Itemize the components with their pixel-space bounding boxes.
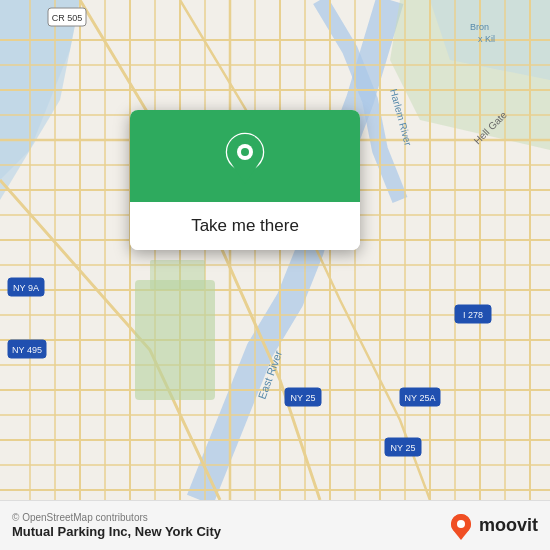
svg-text:NY 25: NY 25 — [391, 443, 416, 453]
osm-credit: © OpenStreetMap contributors — [12, 512, 221, 523]
take-me-there-button[interactable]: Take me there — [130, 202, 360, 250]
svg-point-68 — [241, 148, 249, 156]
map-svg: CR 505 NY 9A NY 495 I 278 NY 25 NY 25A N… — [0, 0, 550, 500]
svg-text:CR 505: CR 505 — [52, 13, 83, 23]
bottom-bar: © OpenStreetMap contributors Mutual Park… — [0, 500, 550, 550]
svg-text:NY 25: NY 25 — [291, 393, 316, 403]
svg-point-70 — [457, 520, 465, 528]
svg-rect-46 — [150, 260, 205, 290]
location-pin-icon — [223, 132, 267, 184]
svg-text:I 278: I 278 — [463, 310, 483, 320]
svg-text:NY 495: NY 495 — [12, 345, 42, 355]
moovit-pin-icon — [449, 512, 473, 540]
location-name: Mutual Parking Inc, New York City — [12, 524, 221, 539]
popup-card: Take me there — [130, 110, 360, 250]
moovit-logo: moovit — [449, 512, 538, 540]
popup-green-area — [130, 110, 360, 202]
svg-rect-45 — [135, 280, 215, 400]
svg-text:NY 9A: NY 9A — [13, 283, 39, 293]
svg-text:Bron: Bron — [470, 22, 489, 32]
svg-text:NY 25A: NY 25A — [405, 393, 436, 403]
map-container: CR 505 NY 9A NY 495 I 278 NY 25 NY 25A N… — [0, 0, 550, 500]
moovit-brand-text: moovit — [479, 515, 538, 536]
svg-text:x Kil: x Kil — [478, 34, 495, 44]
bottom-left-info: © OpenStreetMap contributors Mutual Park… — [12, 512, 221, 539]
